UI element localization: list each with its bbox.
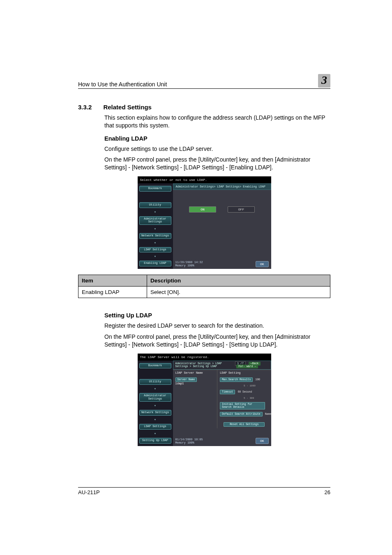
server-name-button[interactable]: Server Name [175, 377, 197, 382]
ok-button[interactable]: OK [256, 261, 269, 267]
initial-setting-button[interactable]: Initial Setting for Search Details [220, 402, 265, 409]
max-results-value: 100 [255, 378, 260, 381]
max-results-button[interactable]: Max.Search Results [220, 377, 253, 382]
sidebar-setup[interactable]: Setting Up LDAP [139, 438, 171, 444]
col-server-name: LDAP Server Name [173, 370, 218, 376]
header-title: How to Use the Authentication Unit [78, 81, 167, 88]
mfp-enabling-screenshot: Select whether or not to use LDAP. Bookm… [138, 176, 271, 269]
page-footer: AU-211P 26 [78, 487, 330, 495]
enabling-table: Item Description Enabling LDAP Select [O… [78, 275, 330, 298]
default-attr-button[interactable]: Default Search Attribute [220, 412, 263, 416]
timeout-range: 5 - 300 [244, 397, 268, 400]
sidebar-ldap[interactable]: LDAP Settings [139, 424, 171, 430]
setup-heading: Setting Up LDAP [104, 312, 330, 319]
sidebar-admin[interactable]: Administrator Settings [139, 393, 171, 402]
chevron-down-icon: ▾ [139, 432, 171, 435]
mfp2-sidebar: Bookmark Utility ▾ Administrator Setting… [138, 361, 173, 446]
td-item: Enabling LDAP [78, 287, 147, 298]
setup-line1: Register the desired LDAP server to sear… [104, 322, 330, 330]
mfp1-memory: Memory 100% [175, 264, 203, 267]
chapter-badge: 3 [318, 74, 330, 88]
reset-all-button[interactable]: Reset All Settings [224, 422, 265, 427]
option-on[interactable]: ON [189, 206, 216, 213]
max-results-range: 5 - 1000 [244, 384, 268, 387]
breadcrumb: Administrator Settings > LDAP Settings >… [173, 361, 271, 370]
bookmark-button[interactable]: Bookmark [139, 363, 171, 369]
timeout-value: 60 Second [238, 391, 252, 393]
chevron-down-icon: ▾ [139, 387, 171, 391]
chevron-down-icon: ▾ [139, 210, 171, 214]
footer-pageno: 26 [325, 489, 330, 495]
ok-button[interactable]: OK [256, 438, 269, 444]
default-attr-value: Name [265, 413, 272, 416]
section-intro: This section explains how to configure t… [104, 114, 330, 130]
mfp2-memory: Memory 100% [175, 441, 203, 444]
mfp1-datetime: 11/28/2008 14:32 [175, 261, 203, 264]
sidebar-network[interactable]: Network Settings [139, 410, 171, 416]
col-ldap-setting: LDAP Setting [217, 370, 271, 376]
chevron-down-icon: ▾ [139, 227, 171, 231]
breadcrumb: Administrator Settings> LDAP Settings> E… [173, 183, 271, 190]
mfp2-title: The LDAP Server will be registered. [138, 354, 271, 361]
section-number: 3.3.2 [78, 104, 92, 111]
forward-button[interactable]: For- ward → [236, 365, 258, 368]
sidebar-enabling[interactable]: Enabling LDAP [139, 261, 171, 266]
bookmark-button[interactable]: Bookmark [139, 186, 171, 192]
sidebar-utility[interactable]: Utility [139, 379, 171, 385]
mfp1-title: Select whether or not to use LDAP. [138, 176, 271, 183]
enabling-heading: Enabling LDAP [104, 135, 330, 142]
option-off[interactable]: OFF [228, 206, 255, 213]
sidebar-utility[interactable]: Utility [139, 202, 171, 208]
setup-line2: On the MFP control panel, press the [Uti… [104, 333, 330, 349]
chevron-down-icon: ▾ [139, 404, 171, 407]
crumb-text: Administrator Settings > LDAP Settings >… [175, 362, 235, 368]
enabling-line1: Configure settings to use the LDAP serve… [104, 145, 330, 153]
chevron-down-icon: ▾ [139, 418, 171, 421]
page-header: How to Use the Authentication Unit 3 [78, 74, 330, 89]
th-desc: Description [147, 275, 330, 287]
footer-model: AU-211P [78, 489, 100, 495]
section-heading: 3.3.2 Related Settings [78, 104, 330, 111]
sidebar-ldap[interactable]: LDAP Settings [139, 247, 171, 253]
timeout-button[interactable]: Timeout [220, 390, 235, 394]
mfp1-sidebar: Bookmark Utility ▾ Administrator Setting… [138, 183, 173, 269]
enabling-line2: On the MFP control panel, press the [Uti… [104, 156, 330, 171]
mfp2-datetime: 01/14/2009 10:05 [175, 438, 203, 441]
mfp-setup-screenshot: The LDAP Server will be registered. Book… [138, 354, 271, 446]
server-name-value: ldap1 [175, 382, 184, 385]
td-desc: Select [ON]. [147, 287, 330, 298]
section-title: Related Settings [103, 104, 152, 111]
th-item: Item [78, 275, 147, 287]
chevron-down-icon: ▾ [139, 255, 171, 258]
chevron-down-icon: ▾ [139, 241, 171, 245]
sidebar-network[interactable]: Network Settings [139, 233, 171, 239]
sidebar-admin[interactable]: Administrator Settings [139, 216, 171, 225]
